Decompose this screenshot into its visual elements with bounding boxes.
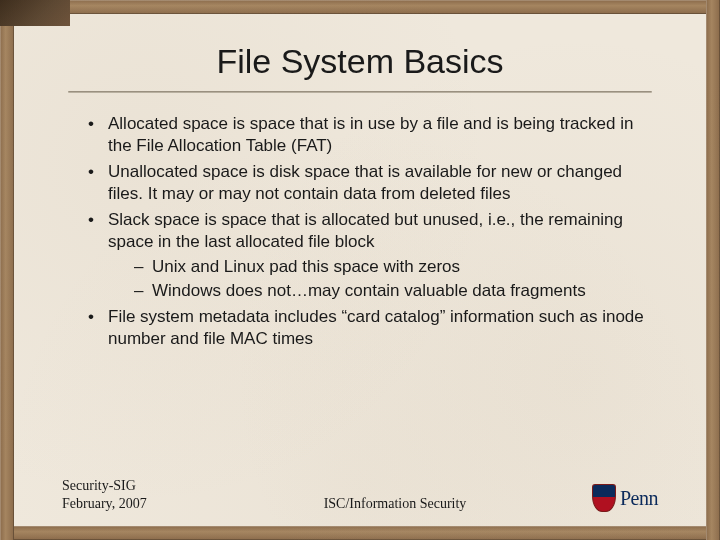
sub-bullet-text: Unix and Linux pad this space with zeros: [152, 257, 460, 276]
bullet-item: File system metadata includes “card cata…: [88, 306, 658, 351]
bullet-item: Allocated space is space that is in use …: [88, 113, 658, 158]
frame-border-bottom: [0, 526, 720, 540]
sub-bullet-item: Windows does not…may contain valuable da…: [134, 280, 658, 302]
footer-right: Penn: [548, 484, 658, 512]
footer-date: February, 2007: [62, 495, 242, 513]
slide-footer: Security-SIG February, 2007 ISC/Informat…: [62, 477, 658, 512]
title-divider: [68, 91, 652, 93]
sub-bullet-item: Unix and Linux pad this space with zeros: [134, 256, 658, 278]
bullet-item: Slack space is space that is allocated b…: [88, 209, 658, 303]
penn-shield-icon: [592, 484, 616, 512]
frame-border-top: [0, 0, 720, 14]
slide-content: File System Basics Allocated space is sp…: [14, 14, 706, 526]
bullet-item: Unallocated space is disk space that is …: [88, 161, 658, 206]
sub-bullet-list: Unix and Linux pad this space with zeros…: [108, 256, 658, 303]
slide-title: File System Basics: [62, 42, 658, 81]
frame-border-right: [706, 0, 720, 540]
bullet-text: File system metadata includes “card cata…: [108, 307, 644, 348]
footer-center: ISC/Information Security: [242, 496, 548, 512]
sub-bullet-text: Windows does not…may contain valuable da…: [152, 281, 586, 300]
bullet-text: Unallocated space is disk space that is …: [108, 162, 622, 203]
bullet-list: Allocated space is space that is in use …: [62, 113, 658, 350]
frame-border-left: [0, 0, 14, 540]
penn-logo-text: Penn: [620, 487, 658, 510]
footer-left: Security-SIG February, 2007: [62, 477, 242, 512]
footer-org: Security-SIG: [62, 477, 242, 495]
bullet-text: Slack space is space that is allocated b…: [108, 210, 623, 251]
penn-logo: Penn: [592, 484, 658, 512]
bullet-text: Allocated space is space that is in use …: [108, 114, 633, 155]
